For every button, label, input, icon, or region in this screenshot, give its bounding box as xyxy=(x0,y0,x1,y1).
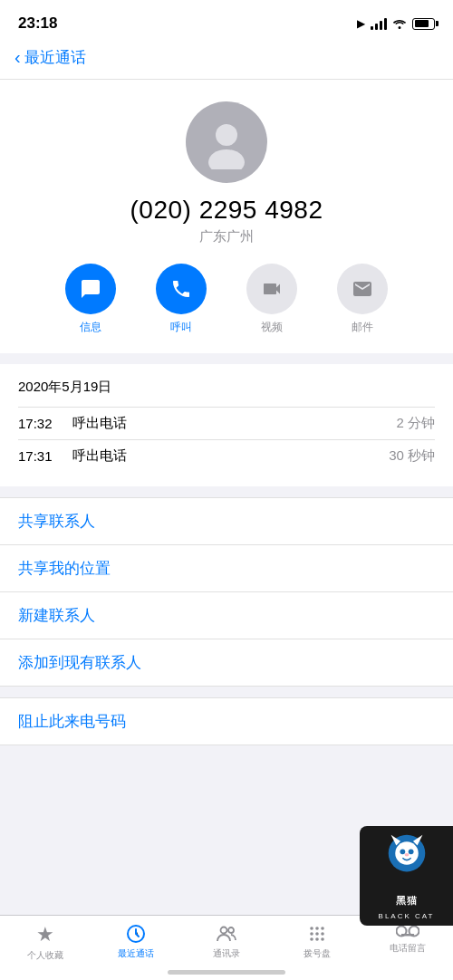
action-buttons: 信息 呼叫 视频 xyxy=(18,264,435,335)
svg-point-13 xyxy=(321,937,324,941)
mail-label: 邮件 xyxy=(352,320,373,335)
call-icon-circle xyxy=(156,264,207,314)
share-contact-item[interactable]: 共享联系人 xyxy=(0,497,453,545)
tab-keypad[interactable]: 拨号盘 xyxy=(272,923,362,962)
voicemail-label: 电话留言 xyxy=(390,942,426,955)
call-time-1: 17:32 xyxy=(18,416,63,431)
contacts-label: 通讯录 xyxy=(213,947,240,960)
location-text: 广东广州 xyxy=(199,228,254,245)
svg-point-7 xyxy=(321,927,324,930)
contacts-icon xyxy=(216,923,237,945)
call-duration-2: 30 秒钟 xyxy=(389,447,435,465)
watermark-brand: 黑猫 xyxy=(396,894,418,908)
back-chevron-icon: ‹ xyxy=(14,48,21,66)
tab-contacts[interactable]: 通讯录 xyxy=(181,923,272,962)
mail-icon-circle xyxy=(337,264,388,314)
nav-bar: ‹ 最近通话 xyxy=(0,40,453,80)
svg-point-11 xyxy=(310,937,313,941)
svg-point-5 xyxy=(310,927,313,930)
battery-icon xyxy=(412,18,435,30)
back-label: 最近通话 xyxy=(24,47,86,68)
tab-recents[interactable]: 最近通话 xyxy=(91,923,181,962)
video-icon xyxy=(261,278,283,300)
svg-point-0 xyxy=(216,124,237,146)
svg-point-12 xyxy=(315,937,319,941)
wifi-icon xyxy=(392,16,407,32)
message-button[interactable]: 信息 xyxy=(50,264,131,335)
signal-bars-icon xyxy=(371,17,387,30)
keypad-label: 拨号盘 xyxy=(304,947,331,960)
new-contact-item[interactable]: 新建联系人 xyxy=(0,592,453,639)
call-date: 2020年5月19日 xyxy=(18,379,435,396)
tab-voicemail[interactable]: 电话留言 xyxy=(362,923,453,962)
svg-point-8 xyxy=(310,932,313,936)
watermark: 黑猫 BLACK CAT xyxy=(360,826,453,926)
block-number-item[interactable]: 阻止此来电号码 xyxy=(0,697,453,745)
contact-header: (020) 2295 4982 广东广州 信息 呼叫 xyxy=(0,80,453,353)
call-button[interactable]: 呼叫 xyxy=(140,264,222,335)
call-row-2: 17:31 呼出电话 30 秒钟 xyxy=(18,439,435,472)
call-type-2: 呼出电话 xyxy=(63,447,389,465)
favorites-label: 个人收藏 xyxy=(27,949,63,962)
call-type-1: 呼出电话 xyxy=(63,415,396,432)
recents-icon xyxy=(125,923,147,945)
video-label: 视频 xyxy=(261,320,283,335)
location-icon: ▶ xyxy=(357,17,365,30)
block-section: 阻止此来电号码 xyxy=(0,697,453,745)
call-history: 2020年5月19日 17:32 呼出电话 2 分钟 17:31 呼出电话 30… xyxy=(0,364,453,486)
call-time-2: 17:31 xyxy=(18,448,63,464)
menu-section: 共享联系人 共享我的位置 新建联系人 添加到现有联系人 xyxy=(0,497,453,687)
call-label: 呼叫 xyxy=(170,320,192,335)
svg-point-4 xyxy=(228,927,234,933)
keypad-icon xyxy=(306,923,328,945)
favorites-icon: ★ xyxy=(36,923,54,946)
watermark-text: BLACK CAT xyxy=(379,912,435,920)
avatar-silhouette xyxy=(199,115,254,169)
content-spacer xyxy=(0,745,453,827)
svg-point-9 xyxy=(315,932,319,936)
call-row-1: 17:32 呼出电话 2 分钟 xyxy=(18,407,435,439)
home-indicator xyxy=(168,970,285,975)
svg-point-10 xyxy=(321,932,324,936)
status-time: 23:18 xyxy=(18,14,57,33)
svg-point-1 xyxy=(208,149,245,169)
recents-label: 最近通话 xyxy=(118,947,154,960)
svg-point-21 xyxy=(404,853,409,856)
message-icon-circle xyxy=(65,264,116,314)
svg-point-19 xyxy=(400,849,405,854)
svg-point-6 xyxy=(315,927,319,930)
status-bar: 23:18 ▶ xyxy=(0,0,453,40)
back-button[interactable]: ‹ 最近通话 xyxy=(14,47,439,68)
section-gap xyxy=(0,687,453,697)
watermark-cat-icon xyxy=(381,830,433,882)
message-label: 信息 xyxy=(80,320,101,335)
call-duration-1: 2 分钟 xyxy=(396,415,435,432)
call-icon xyxy=(170,278,192,300)
tab-favorites[interactable]: ★ 个人收藏 xyxy=(0,923,91,962)
video-button[interactable]: 视频 xyxy=(231,264,313,335)
mail-icon xyxy=(352,278,373,300)
message-icon xyxy=(80,278,101,300)
svg-point-18 xyxy=(395,841,419,865)
svg-point-20 xyxy=(408,849,413,854)
video-icon-circle xyxy=(246,264,297,314)
share-location-item[interactable]: 共享我的位置 xyxy=(0,545,453,592)
status-icons: ▶ xyxy=(357,16,435,32)
phone-number: (020) 2295 4982 xyxy=(130,196,323,225)
svg-rect-16 xyxy=(401,934,414,937)
mail-button[interactable]: 邮件 xyxy=(322,264,403,335)
avatar xyxy=(186,101,267,183)
svg-point-3 xyxy=(221,927,227,934)
add-existing-contact-item[interactable]: 添加到现有联系人 xyxy=(0,639,453,687)
